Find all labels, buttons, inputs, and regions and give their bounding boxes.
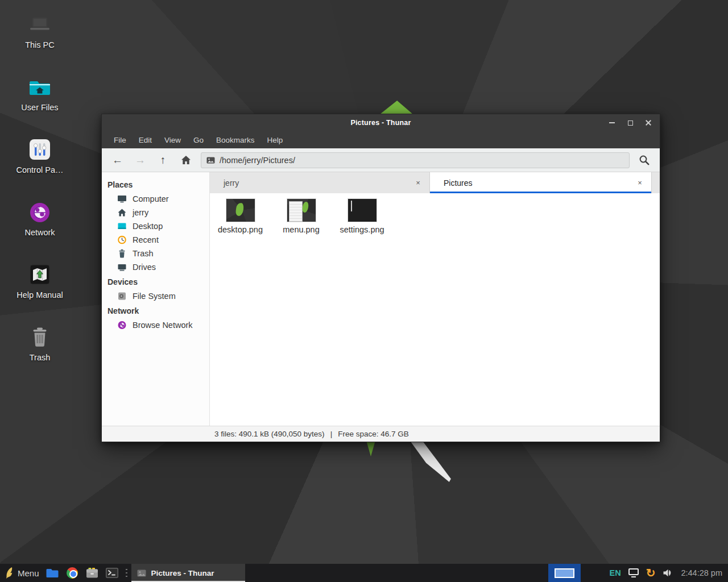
path-text: /home/jerry/Pictures/ [220, 156, 295, 165]
file-item-settings-png[interactable]: settings.png [334, 199, 390, 234]
workspace-switcher[interactable] [548, 564, 581, 582]
desktop-icon-this-pc[interactable]: This PC [10, 7, 69, 69]
file-item-menu-png[interactable]: menu.png [273, 199, 329, 234]
trash-icon [117, 249, 127, 258]
menu-screenshot-thumb [287, 199, 316, 222]
tab-close-icon[interactable] [635, 178, 644, 188]
status-files-text: 3 files: 490.1 kB (490,050 bytes) [214, 430, 325, 438]
volume-icon[interactable] [663, 568, 673, 577]
tab-label: jerry [224, 178, 413, 188]
sidebar-item-computer[interactable]: Computer [102, 192, 209, 206]
window-controls [607, 114, 653, 131]
computer-icon [117, 194, 127, 203]
thunar-window: Pictures - Thunar File Edit View Go Book… [101, 114, 660, 442]
home-icon [117, 208, 127, 217]
sidebar-item-label: Desktop [133, 222, 163, 231]
sidebar-item-label: Browse Network [133, 321, 193, 330]
sidebar-header-network: Network [102, 303, 209, 318]
menu-file[interactable]: File [107, 134, 133, 147]
tab-pictures[interactable]: Pictures [430, 172, 652, 193]
sidebar-item-label: Recent [133, 235, 159, 244]
wallpaper-logo-green-triangle [380, 101, 413, 114]
keyboard-layout-indicator[interactable]: EN [610, 568, 621, 577]
display-icon[interactable] [628, 568, 639, 577]
desktop-icon-help-manual[interactable]: Help Manual [10, 257, 69, 319]
menu-view[interactable]: View [158, 134, 187, 147]
feather-logo-icon [5, 567, 13, 579]
terminal-icon[interactable] [106, 567, 118, 579]
taskbar-window-button[interactable]: Pictures - Thunar [131, 564, 245, 582]
taskbar: Menu Pictures - Thunar EN [0, 564, 728, 582]
tab-bar: jerry Pictures [210, 172, 660, 193]
desktop-icon-label: This PC [25, 40, 55, 49]
window-title: Pictures - Thunar [350, 119, 411, 127]
sidebar: Places Computer jerry Desktop [102, 172, 210, 426]
sidebar-item-label: File System [133, 292, 176, 301]
sidebar-item-label: Computer [133, 194, 169, 203]
browse-network-icon [117, 321, 127, 330]
minimize-icon[interactable] [607, 118, 617, 127]
desktop-icon-control-panel[interactable]: Control Pa… [10, 132, 69, 194]
tab-jerry[interactable]: jerry [210, 172, 430, 193]
tab-close-icon[interactable] [413, 178, 423, 188]
desktop-icon-label: Trash [30, 353, 51, 362]
help-manual-icon [27, 263, 52, 288]
search-icon[interactable] [637, 153, 652, 168]
sidebar-header-devices: Devices [102, 274, 209, 289]
sidebar-item-jerry[interactable]: jerry [102, 206, 209, 219]
up-icon[interactable] [155, 152, 171, 168]
status-bar: 3 files: 490.1 kB (490,050 bytes) | Free… [102, 426, 660, 442]
folder-home-icon [27, 75, 52, 100]
close-icon[interactable] [644, 118, 653, 127]
file-manager-icon[interactable] [86, 567, 98, 579]
sidebar-item-browse-network[interactable]: Browse Network [102, 318, 209, 332]
sidebar-item-file-system[interactable]: File System [102, 289, 209, 303]
maximize-icon[interactable] [626, 118, 635, 127]
main-pane: jerry Pictures desktop.png [210, 172, 660, 426]
tab-bar-filler [652, 172, 660, 193]
status-free-space-text: Free space: 46.7 GB [338, 430, 409, 438]
desktop-icon-label: Help Manual [16, 290, 63, 300]
sidebar-item-drives[interactable]: Drives [102, 260, 209, 274]
start-menu-button[interactable]: Menu [0, 564, 46, 582]
file-name: settings.png [340, 225, 384, 234]
sidebar-item-trash[interactable]: Trash [102, 247, 209, 260]
settings-screenshot-thumb [348, 199, 377, 222]
image-location-icon [206, 157, 215, 164]
show-desktop-icon[interactable] [46, 567, 59, 579]
window-titlebar[interactable]: Pictures - Thunar [102, 114, 660, 131]
menu-help[interactable]: Help [261, 134, 289, 147]
recent-clock-icon [117, 235, 127, 244]
menu-edit[interactable]: Edit [133, 134, 158, 147]
file-list: desktop.png menu.png settings.png [210, 193, 660, 426]
start-menu-label: Menu [18, 568, 39, 578]
updates-icon[interactable] [646, 567, 656, 579]
drives-icon [117, 263, 127, 272]
desktop-icon-label: Control Pa… [16, 165, 63, 174]
sidebar-item-recent[interactable]: Recent [102, 233, 209, 247]
file-item-desktop-png[interactable]: desktop.png [212, 199, 268, 234]
file-name: desktop.png [218, 225, 263, 234]
image-file-icon [137, 569, 146, 577]
taskbar-window-label: Pictures - Thunar [151, 569, 214, 577]
sidebar-item-label: Trash [133, 249, 154, 258]
taskbar-clock[interactable]: 2:44:28 pm [681, 568, 722, 577]
sidebar-item-label: Drives [133, 263, 156, 272]
sidebar-item-label: jerry [133, 208, 148, 217]
sidebar-item-desktop[interactable]: Desktop [102, 219, 209, 233]
menu-bookmarks[interactable]: Bookmarks [210, 134, 261, 147]
menu-bar: File Edit View Go Bookmarks Help [102, 131, 660, 148]
home-icon[interactable] [178, 152, 193, 168]
forward-icon[interactable] [133, 152, 148, 168]
menu-go[interactable]: Go [187, 134, 210, 147]
tab-label: Pictures [444, 178, 635, 188]
chrome-icon[interactable] [66, 567, 78, 579]
desktop-icon-network[interactable]: Network [10, 194, 69, 257]
quick-launchers [46, 567, 118, 579]
path-bar[interactable]: /home/jerry/Pictures/ [201, 152, 630, 168]
back-icon[interactable] [110, 152, 125, 168]
wallpaper-logo-green-sliver [366, 442, 375, 456]
desktop-icon-trash[interactable]: Trash [10, 319, 69, 382]
toolbar: /home/jerry/Pictures/ [102, 148, 660, 172]
desktop-icon-user-files[interactable]: User Files [10, 69, 69, 132]
